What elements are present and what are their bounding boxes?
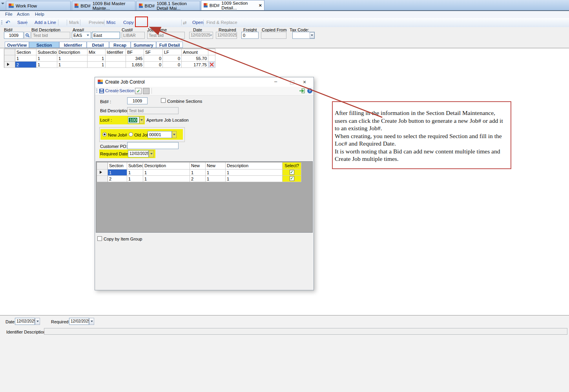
cell-description[interactable]: 1 [143,176,190,182]
menu-help[interactable]: Help [35,12,44,16]
cell-section-selected[interactable]: 1 [108,170,127,176]
find-replace-button[interactable]: Find & Replace [206,20,237,25]
cell-subsection[interactable]: 1 [127,170,143,176]
row-indicator[interactable] [97,176,108,182]
tab-full-detail[interactable]: Full Detail [156,42,183,48]
identifier-description-input[interactable] [44,328,567,335]
column-header[interactable]: Section [108,162,127,170]
select-row-checkbox[interactable]: ✓ [290,170,294,175]
cell-new-description[interactable]: 1 [226,176,283,182]
mark-button[interactable]: Mark [69,20,79,25]
cell-mix[interactable]: 1 [88,62,106,68]
dialog-required-date-input[interactable]: 12/02/2025 [128,150,149,157]
window-tab-workflow[interactable]: Work Flow [6,1,71,10]
bid-search-button[interactable] [24,32,31,39]
old-job-combo[interactable]: 00001 [148,131,172,138]
tab-identifier[interactable]: Identifier [59,42,87,48]
cust-input[interactable]: LIBAR [122,32,145,39]
column-header[interactable]: SubSection [127,162,143,170]
area-name-input[interactable]: East [92,32,120,39]
date-combo[interactable]: 12/02/2025 [189,32,213,39]
cell-sf[interactable]: 0 [144,62,163,68]
delete-row-icon[interactable] [208,62,215,68]
undo-icon[interactable]: ↶ [5,19,10,26]
column-header[interactable]: Mix [88,49,106,55]
misc-menu-button[interactable]: Misc [106,20,116,25]
window-tab-section-detail-1008[interactable]: BID# 1008.1 Section Detail Mai... [136,1,200,10]
preview-button[interactable]: Preview [89,20,105,25]
combine-sections-checkbox[interactable] [161,98,166,103]
dialog-bid-input[interactable]: 1009 [127,97,148,104]
cell-subsection[interactable]: 1 [36,55,57,62]
tab-detail[interactable]: Detail [87,42,109,48]
old-job-radio[interactable] [129,132,133,137]
column-header[interactable]: LF [163,49,182,55]
row-indicator[interactable] [4,55,15,62]
cell-description[interactable]: 1 [143,170,190,176]
column-header[interactable]: New [190,162,206,170]
exit-icon[interactable] [299,88,305,93]
column-header[interactable]: Identifier [106,49,126,55]
menu-file[interactable]: File [5,12,13,16]
tab-recap[interactable]: Recap [109,42,131,48]
cell-amount[interactable]: 55.70 [182,55,208,62]
column-header[interactable]: Description [226,162,283,170]
loc-combo[interactable]: 100 [128,117,139,124]
select-row-checkbox[interactable]: ✓ [290,176,294,181]
new-job-radio[interactable] [102,132,107,137]
column-header[interactable]: Amount [182,49,208,55]
bid-input[interactable]: 1009 [4,32,24,39]
dialog-bid-desc-input[interactable]: Test bid [127,107,179,114]
window-tab-bid-master[interactable]: BID# 1009 Bid Master Mainte... [72,1,135,10]
loc-dropdown-button[interactable] [139,117,144,124]
column-header[interactable]: Subsection [36,49,57,55]
old-job-dropdown-button[interactable] [172,131,177,138]
cell-lf[interactable]: 0 [163,62,182,68]
close-icon[interactable]: × [303,79,306,85]
column-header[interactable]: BF [126,49,144,55]
footer-date-dropdown-button[interactable] [35,318,40,325]
add-line-button[interactable]: Add a Line [35,20,56,25]
dialog-title-bar[interactable]: Create Job Control – × [95,77,314,87]
cell-sf[interactable]: 0 [144,55,163,62]
column-header[interactable]: SF [144,49,163,55]
copy-by-item-group-checkbox[interactable] [97,236,102,241]
row-indicator-current[interactable] [4,62,15,68]
tab-summary[interactable]: Summary [131,42,156,48]
cell-section[interactable]: 1 [15,55,36,62]
column-header[interactable]: Description [57,49,88,55]
row-indicator-current[interactable] [97,170,108,176]
uncheck-all-button[interactable] [143,88,150,94]
cell-bf[interactable]: 345 [126,55,144,62]
required-date-dropdown-button[interactable] [149,150,154,157]
cell-section-selected[interactable]: 2 [15,62,36,68]
customer-po-input[interactable] [127,142,179,149]
cell-subsection[interactable]: 1 [127,176,143,182]
close-tab-icon[interactable]: × [259,4,262,7]
tab-overview[interactable]: OverView [5,42,29,48]
cell-new-description[interactable]: 1 [226,170,283,176]
cell-new-section[interactable]: 2 [190,176,206,182]
footer-required-date-dropdown-button[interactable] [89,318,94,325]
window-tab-section-detail-1009[interactable]: BID# 1009 Section Detail... × [201,0,264,10]
cell-description[interactable]: 1 [57,62,88,68]
cell-description[interactable]: 1 [57,55,88,62]
minimize-icon[interactable]: – [274,78,277,84]
check-all-button[interactable]: ✓ [135,88,142,94]
cell-amount[interactable]: 177.75 [182,62,208,68]
help-icon[interactable]: ? [307,88,312,93]
tax-code-dropdown-button[interactable] [310,32,314,38]
chevron-down-icon[interactable] [87,35,89,36]
cell-lf[interactable]: 0 [163,55,182,62]
column-header[interactable]: New [206,162,226,170]
menu-action[interactable]: Action [17,12,29,16]
column-header[interactable]: Section [15,49,36,55]
cell-mix[interactable]: 1 [88,55,106,62]
cell-new-subsection[interactable]: 1 [206,170,226,176]
open-button[interactable]: Open [192,20,203,25]
bid-description-input[interactable]: Test bid [31,32,70,39]
column-header[interactable]: Description [143,162,190,170]
cell-new-subsection[interactable]: 1 [206,176,226,182]
column-header-select[interactable]: Select? [283,162,301,170]
tab-list-dropdown[interactable] [1,3,4,4]
